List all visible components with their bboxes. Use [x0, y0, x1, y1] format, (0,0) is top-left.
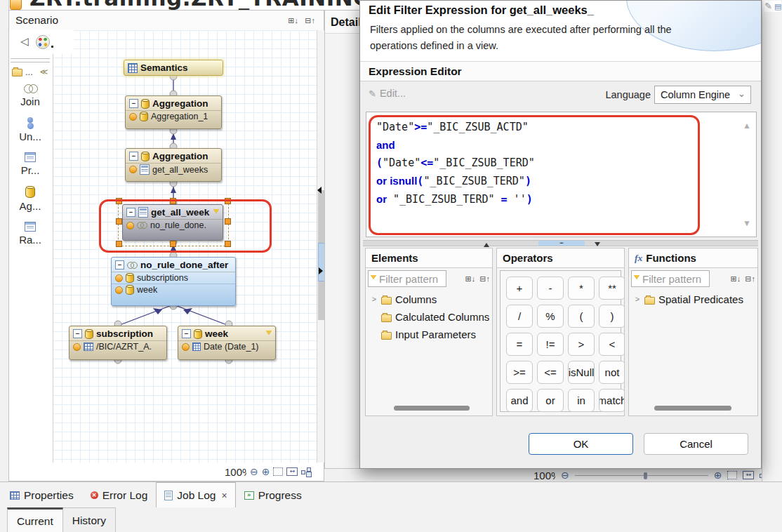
collapse-all-icon[interactable]: ⊟↑ — [479, 274, 490, 284]
resize-handle[interactable] — [116, 241, 122, 247]
language-dropdown[interactable]: Column Engine ⌄ — [654, 86, 751, 104]
form-icon[interactable]: ▤ — [774, 2, 781, 11]
palette-item-pr[interactable]: Pr... — [9, 152, 51, 176]
operator-button-<[interactable]: < — [599, 333, 625, 356]
sash-collapse-icon[interactable]: − — [538, 241, 585, 246]
palette-header[interactable]: ... ≪ — [12, 65, 50, 78]
palette-chooser-icon[interactable] — [36, 35, 50, 49]
operator-button--[interactable]: - — [537, 277, 564, 300]
tab-job-log[interactable]: Job Log× — [156, 482, 235, 507]
fit-width-icon[interactable] — [286, 467, 298, 476]
pencil-icon[interactable]: ✎ — [764, 1, 772, 11]
collapse-node-icon[interactable] — [126, 208, 135, 217]
scroll-up-icon[interactable]: ▲ — [743, 121, 751, 131]
operator-button-/[interactable]: / — [506, 305, 533, 328]
fit-width-icon[interactable] — [743, 471, 754, 479]
operator-button-isNull[interactable]: isNull — [568, 361, 595, 384]
node-subscription[interactable]: subscription /BIC/AZRT_A. — [69, 326, 167, 360]
filter-input[interactable]: Filter pattern — [368, 270, 446, 287]
collapse-node-icon[interactable] — [73, 329, 82, 338]
sash-marker-left[interactable] — [317, 187, 322, 194]
operator-button-or[interactable]: or — [537, 389, 564, 412]
scroll-down-icon[interactable]: ▼ — [743, 218, 751, 228]
operator-button-)[interactable]: ) — [599, 305, 625, 328]
resize-handle[interactable] — [170, 241, 176, 247]
node-aggregation-top[interactable]: Aggregation Aggregation_1 — [125, 95, 222, 129]
tree-item-columns[interactable]: >Columns — [366, 291, 492, 308]
zoom-in-icon[interactable] — [714, 470, 722, 480]
zoom-out-icon[interactable] — [561, 470, 569, 480]
resize-handle[interactable] — [225, 218, 231, 225]
palette-item-ra[interactable]: Ra... — [9, 222, 51, 246]
tree-item-spatial-predicates[interactable]: >Spatial Predicates — [629, 291, 757, 308]
sash-marker-right[interactable] — [319, 267, 323, 274]
collapse-node-icon[interactable] — [129, 152, 138, 161]
operator-button->=[interactable]: >= — [506, 361, 533, 384]
expression-textarea[interactable]: "Date">="_BIC_ZSUB_ACTD"and("Date"<="_BI… — [366, 112, 757, 237]
collapse-node-icon[interactable] — [182, 329, 191, 338]
node-aggregation-weeks[interactable]: Aggregation get_all_weeks — [125, 148, 222, 182]
operator-button-*[interactable]: * — [568, 277, 595, 300]
tab-error-log[interactable]: Error Log — [82, 482, 157, 507]
collapse-all-icon[interactable]: ⊟↑ — [305, 15, 315, 25]
tab-properties[interactable]: Properties — [1, 482, 82, 507]
fit-to-screen-icon[interactable] — [273, 467, 283, 476]
fit-to-screen-icon[interactable] — [727, 471, 737, 479]
node-week[interactable]: week Date (Date_1) — [178, 326, 276, 360]
sash-bar[interactable]: − — [363, 240, 758, 246]
operator-button->[interactable]: > — [568, 333, 595, 356]
collapse-node-icon[interactable] — [129, 99, 138, 108]
horizontal-scrollbar[interactable] — [654, 406, 731, 411]
palette-item-ag[interactable]: Ag... — [9, 186, 51, 212]
expand-all-icon[interactable]: ⊞↓ — [465, 274, 476, 284]
palette-item-un[interactable]: Un... — [9, 117, 51, 142]
expand-all-icon[interactable]: ⊞↓ — [288, 15, 298, 25]
operator-button-+[interactable]: + — [506, 277, 533, 300]
operator-button-in[interactable]: in — [568, 389, 595, 412]
resize-handle[interactable] — [170, 198, 176, 204]
edit-link[interactable]: ✎ Edit... — [369, 88, 406, 99]
expand-all-icon[interactable]: ⊞↓ — [731, 274, 741, 284]
tree-item-calculated-columns[interactable]: Calculated Columns — [366, 308, 492, 326]
zoom-out-icon[interactable] — [250, 467, 258, 477]
operator-button-match[interactable]: match — [599, 389, 625, 412]
collapse-palette-icon[interactable]: ≪ — [40, 67, 48, 77]
zoom-slider[interactable] — [575, 475, 708, 476]
operator-button-!=[interactable]: != — [537, 333, 564, 356]
tree-item-input-parameters[interactable]: Input Parameters — [366, 326, 492, 343]
chevron-right-icon[interactable]: > — [371, 295, 378, 303]
operator-button-([interactable]: ( — [568, 305, 595, 328]
subtab-current[interactable]: Current — [7, 507, 63, 532]
horizontal-scrollbar[interactable] — [394, 406, 470, 411]
resize-handle[interactable] — [116, 198, 122, 204]
node-get-all-weeks[interactable]: get_all_weeks_ no_rule_done. — [122, 204, 223, 241]
close-icon[interactable]: × — [221, 490, 227, 501]
operator-button-=[interactable]: = — [506, 333, 533, 356]
node-semantics[interactable]: Semantics — [124, 60, 223, 76]
tab-progress[interactable]: Progress — [236, 482, 310, 507]
ok-button[interactable]: OK — [529, 433, 633, 455]
collapse-all-icon[interactable]: ⊟↑ — [745, 274, 755, 284]
operator-button-%[interactable]: % — [537, 305, 564, 328]
resize-handle[interactable] — [225, 198, 231, 204]
resize-handle[interactable] — [225, 241, 231, 247]
operator-button-<=[interactable]: <= — [537, 361, 564, 384]
subtab-history[interactable]: History — [63, 507, 116, 532]
filter-input[interactable]: Filter pattern — [631, 270, 710, 287]
operator-button-and[interactable]: and — [506, 389, 533, 412]
back-arrow-icon[interactable]: ◁ — [20, 35, 29, 48]
collapse-node-icon[interactable] — [115, 260, 124, 270]
cancel-button[interactable]: Cancel — [644, 433, 748, 455]
sash-up-icon[interactable] — [484, 240, 489, 247]
chevron-right-icon[interactable]: > — [634, 295, 641, 303]
zoom-in-icon[interactable] — [262, 467, 270, 477]
expression-token: "_BIC_ZSUB_TERD" — [387, 193, 501, 206]
auto-layout-icon[interactable] — [301, 467, 310, 476]
resize-handle[interactable] — [116, 218, 122, 225]
node-no-rule-done[interactable]: no_rule_done_after subscriptions week — [111, 257, 236, 306]
zoom-slider-thumb[interactable] — [644, 472, 647, 479]
operator-button-not[interactable]: not — [599, 361, 625, 384]
operator-button-**[interactable]: ** — [599, 277, 625, 300]
diagram-canvas[interactable]: Semantics Aggregation Aggregation_1 Aggr… — [53, 30, 317, 463]
palette-item-join[interactable]: Join — [9, 82, 51, 107]
